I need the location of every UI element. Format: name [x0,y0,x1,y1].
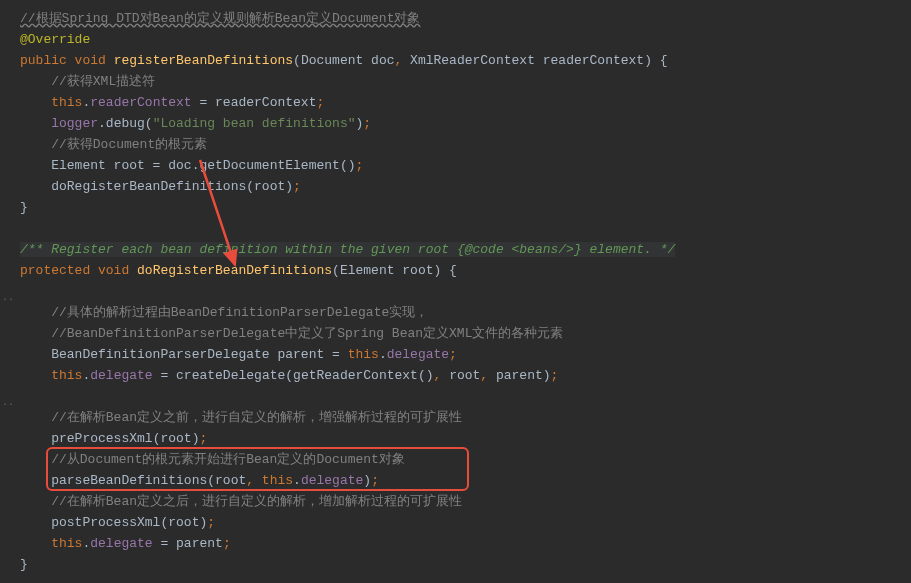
code-line[interactable]: logger.debug("Loading bean definitions")… [20,113,911,134]
code-line[interactable]: //从Document的根元素开始进行Bean定义的Document对象 [20,449,911,470]
method-name: registerBeanDefinitions [114,53,293,68]
comment: //根据Spring DTD对Bean的定义规则解析Bean定义Document… [20,11,420,26]
code-line[interactable]: //在解析Bean定义之前，进行自定义的解析，增强解析过程的可扩展性 [20,407,911,428]
code-line[interactable]: @Override [20,29,911,50]
fold-marker[interactable]: .. [2,392,14,413]
code-line[interactable]: public void registerBeanDefinitions(Docu… [20,50,911,71]
code-line[interactable]: //在解析Bean定义之后，进行自定义的解析，增加解析过程的可扩展性 [20,491,911,512]
code-line[interactable]: BeanDefinitionParserDelegate parent = th… [20,344,911,365]
code-line[interactable] [20,218,911,239]
code-line[interactable]: Element root = doc.getDocumentElement(); [20,155,911,176]
annotation: @Override [20,32,90,47]
code-line[interactable]: } [20,554,911,575]
code-line[interactable]: preProcessXml(root); [20,428,911,449]
code-line[interactable]: //BeanDefinitionParserDelegate中定义了Spring… [20,323,911,344]
code-line[interactable]: this.readerContext = readerContext; [20,92,911,113]
code-line[interactable]: } [20,197,911,218]
fold-marker[interactable]: .. [2,287,14,308]
code-line[interactable]: /** Register each bean definition within… [20,239,911,260]
code-line[interactable]: postProcessXml(root); [20,512,911,533]
javadoc: /** Register each bean definition within… [20,242,675,257]
code-line[interactable]: protected void doRegisterBeanDefinitions… [20,260,911,281]
code-line[interactable]: this.delegate = createDelegate(getReader… [20,365,911,386]
code-line[interactable] [20,386,911,407]
code-editor[interactable]: .. .. //根据Spring DTD对Bean的定义规则解析Bean定义Do… [0,0,911,583]
code-line[interactable]: //具体的解析过程由BeanDefinitionParserDelegate实现… [20,302,911,323]
code-line[interactable]: doRegisterBeanDefinitions(root); [20,176,911,197]
code-line[interactable]: //根据Spring DTD对Bean的定义规则解析Bean定义Document… [20,8,911,29]
method-name: doRegisterBeanDefinitions [137,263,332,278]
code-line[interactable] [20,281,911,302]
code-line[interactable]: this.delegate = parent; [20,533,911,554]
code-line[interactable]: parseBeanDefinitions(root, this.delegate… [20,470,911,491]
code-line[interactable]: //获得Document的根元素 [20,134,911,155]
code-line[interactable]: //获得XML描述符 [20,71,911,92]
